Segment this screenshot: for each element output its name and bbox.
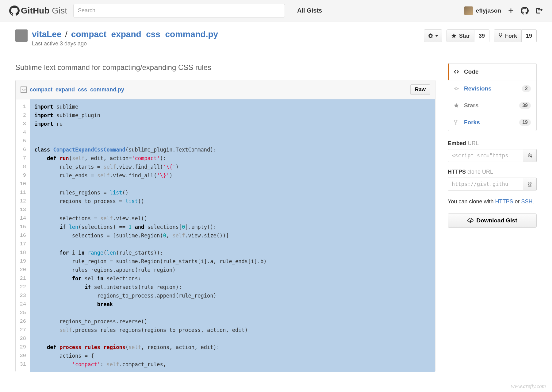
search-wrap xyxy=(73,4,285,17)
code-area: 1234567891011121314151617181920212223242… xyxy=(16,99,435,372)
owner-link[interactable]: vitaLee xyxy=(32,29,62,39)
forks-count: 19 xyxy=(519,119,531,126)
fork-icon xyxy=(498,33,503,39)
line-numbers: 1234567891011121314151617181920212223242… xyxy=(16,99,30,372)
sidebar-forks-label: Forks xyxy=(464,119,480,126)
plus-icon[interactable] xyxy=(508,8,514,14)
gear-icon xyxy=(428,33,433,39)
sidebar-item-code[interactable]: Code xyxy=(448,63,536,80)
code-lines[interactable]: import sublime import sublime_plugin imp… xyxy=(30,99,435,372)
sidebar-code-label: Code xyxy=(464,68,479,75)
download-gist-button[interactable]: Download Gist xyxy=(448,213,537,228)
sidebar: Code Revisions 2 Stars 39 Forks xyxy=(448,63,537,372)
fork-button-group: Fork 19 xyxy=(494,29,537,42)
gist-name-link[interactable]: compact_expand_css_command.py xyxy=(71,29,218,39)
clipboard-icon xyxy=(527,153,532,158)
sidebar-item-revisions[interactable]: Revisions 2 xyxy=(448,80,536,97)
embed-url-input[interactable] xyxy=(448,149,523,162)
gist-description: SublimeText command for compacting/expan… xyxy=(15,63,435,72)
caret-down-icon xyxy=(435,35,438,37)
clone-https-link[interactable]: HTTPS xyxy=(495,198,513,205)
clone-help-text: You can clone with HTTPS or SSH. xyxy=(448,197,537,206)
gist-actions: Star 39 Fork 19 xyxy=(424,29,537,42)
sidebar-item-forks[interactable]: Forks 19 xyxy=(448,114,536,131)
star-button-group: Star 39 xyxy=(447,29,489,42)
user-menu[interactable]: eflyjason xyxy=(464,6,501,15)
nav-all-gists[interactable]: All Gists xyxy=(297,7,322,14)
fork-count[interactable]: 19 xyxy=(522,29,537,42)
download-label: Download Gist xyxy=(477,217,517,224)
raw-button[interactable]: Raw xyxy=(410,84,430,95)
gist-meta: Last active 3 days ago xyxy=(32,40,424,47)
file-name-link[interactable]: compact_expand_css_command.py xyxy=(30,86,124,93)
title-separator: / xyxy=(65,29,67,39)
logo[interactable]: GitHub Gist xyxy=(9,6,67,16)
file-box: <> compact_expand_css_command.py Raw 123… xyxy=(15,80,435,372)
fork-icon xyxy=(454,120,460,125)
search-input[interactable] xyxy=(73,4,285,17)
username: eflyjason xyxy=(476,7,501,14)
code-content: import sublime import sublime_plugin imp… xyxy=(30,102,435,369)
star-icon xyxy=(454,103,460,108)
gist-header: vitaLee / compact_expand_css_command.py … xyxy=(0,21,552,54)
logo-subtext: Gist xyxy=(52,6,67,16)
https-section: HTTPS clone URL xyxy=(448,169,537,190)
owner-avatar-icon[interactable] xyxy=(15,29,28,42)
copy-https-button[interactable] xyxy=(523,178,537,190)
commit-icon xyxy=(454,86,460,91)
https-label: HTTPS clone URL xyxy=(448,169,537,175)
stars-count: 39 xyxy=(519,102,531,109)
clipboard-icon xyxy=(527,182,532,186)
embed-label: Embed URL xyxy=(448,140,537,147)
settings-button[interactable] xyxy=(424,29,442,42)
fork-button[interactable]: Fork xyxy=(494,29,522,42)
copy-embed-button[interactable] xyxy=(523,149,537,162)
code-icon xyxy=(454,69,460,75)
star-icon xyxy=(451,33,457,39)
main-header: GitHub Gist All Gists eflyjason xyxy=(0,0,552,21)
star-count[interactable]: 39 xyxy=(474,29,489,42)
main-column: SublimeText command for compacting/expan… xyxy=(15,63,435,372)
sidebar-stars-label: Stars xyxy=(464,102,479,109)
fork-label: Fork xyxy=(505,33,517,39)
https-url-input[interactable] xyxy=(448,178,523,190)
nav-right: eflyjason xyxy=(464,6,543,15)
embed-section: Embed URL xyxy=(448,140,537,162)
gist-title-wrap: vitaLee / compact_expand_css_command.py … xyxy=(32,29,424,47)
clone-ssh-link[interactable]: SSH xyxy=(521,198,532,205)
github-mark-icon xyxy=(9,6,20,16)
file-header: <> compact_expand_css_command.py Raw xyxy=(16,80,435,99)
https-input-group xyxy=(448,178,537,190)
code-file-icon: <> xyxy=(21,86,27,93)
logo-text: GitHub xyxy=(21,6,49,16)
embed-input-group xyxy=(448,149,537,162)
user-avatar-icon xyxy=(464,6,473,15)
revisions-count: 2 xyxy=(522,85,531,92)
sidebar-nav: Code Revisions 2 Stars 39 Forks xyxy=(448,63,537,131)
sign-out-icon[interactable] xyxy=(535,7,543,14)
star-label: Star xyxy=(459,33,470,39)
content-container: SublimeText command for compacting/expan… xyxy=(0,54,552,381)
gist-title: vitaLee / compact_expand_css_command.py xyxy=(32,29,424,39)
cloud-download-icon xyxy=(467,217,473,224)
octocat-icon[interactable] xyxy=(521,7,529,15)
star-button[interactable]: Star xyxy=(447,29,474,42)
sidebar-item-stars[interactable]: Stars 39 xyxy=(448,97,536,114)
sidebar-revisions-label: Revisions xyxy=(464,85,492,92)
